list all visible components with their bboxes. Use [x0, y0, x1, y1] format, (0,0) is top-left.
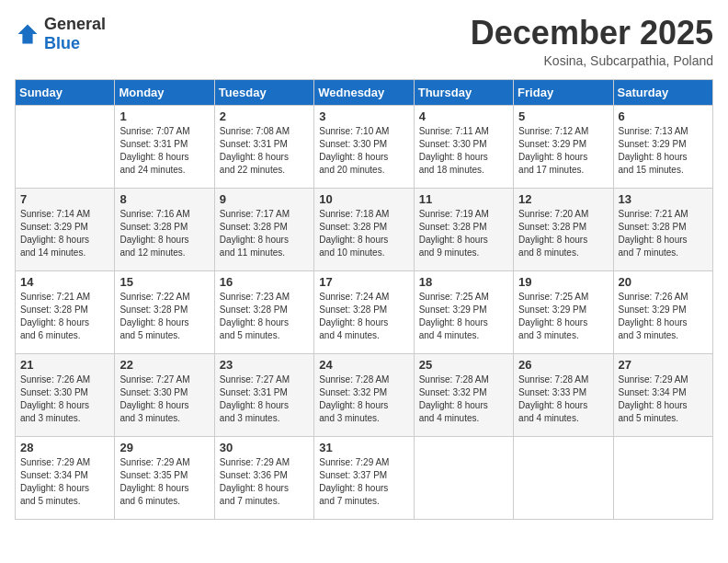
day-info: Sunrise: 7:25 AM Sunset: 3:29 PM Dayligh…: [419, 291, 508, 342]
day-cell-15: 15Sunrise: 7:22 AM Sunset: 3:28 PM Dayli…: [115, 270, 214, 353]
day-number: 29: [119, 441, 209, 454]
empty-cell: [514, 436, 613, 519]
day-cell-11: 11Sunrise: 7:19 AM Sunset: 3:28 PM Dayli…: [414, 188, 513, 270]
day-info: Sunrise: 7:17 AM Sunset: 3:28 PM Dayligh…: [220, 208, 309, 259]
day-cell-10: 10Sunrise: 7:18 AM Sunset: 3:28 PM Dayli…: [314, 188, 414, 270]
day-info: Sunrise: 7:22 AM Sunset: 3:28 PM Dayligh…: [119, 291, 209, 342]
day-info: Sunrise: 7:10 AM Sunset: 3:30 PM Dayligh…: [319, 125, 408, 177]
day-number: 9: [220, 192, 309, 206]
day-number: 22: [119, 358, 209, 372]
day-cell-24: 24Sunrise: 7:28 AM Sunset: 3:32 PM Dayli…: [314, 353, 414, 436]
day-number: 25: [419, 358, 508, 372]
day-number: 5: [518, 109, 608, 123]
day-cell-25: 25Sunrise: 7:28 AM Sunset: 3:32 PM Dayli…: [414, 353, 513, 436]
location-subtitle: Kosina, Subcarpathia, Poland: [471, 53, 713, 68]
day-cell-19: 19Sunrise: 7:25 AM Sunset: 3:29 PM Dayli…: [514, 270, 613, 353]
svg-marker-0: [18, 25, 38, 44]
day-info: Sunrise: 7:08 AM Sunset: 3:31 PM Dayligh…: [220, 125, 309, 177]
day-number: 15: [119, 275, 209, 289]
day-info: Sunrise: 7:18 AM Sunset: 3:28 PM Dayligh…: [319, 208, 408, 259]
day-number: 20: [619, 275, 708, 289]
day-cell-17: 17Sunrise: 7:24 AM Sunset: 3:28 PM Dayli…: [314, 270, 414, 353]
day-info: Sunrise: 7:28 AM Sunset: 3:32 PM Dayligh…: [319, 373, 408, 425]
day-info: Sunrise: 7:26 AM Sunset: 3:29 PM Dayligh…: [619, 291, 708, 342]
page-header: General Blue December 2025 Kosina, Subca…: [15, 15, 713, 68]
day-info: Sunrise: 7:29 AM Sunset: 3:35 PM Dayligh…: [119, 456, 209, 508]
day-number: 7: [20, 192, 109, 206]
weekday-header-sunday: Sunday: [16, 79, 115, 105]
day-cell-23: 23Sunrise: 7:27 AM Sunset: 3:31 PM Dayli…: [214, 353, 313, 436]
day-info: Sunrise: 7:29 AM Sunset: 3:37 PM Dayligh…: [319, 456, 408, 508]
day-info: Sunrise: 7:19 AM Sunset: 3:28 PM Dayligh…: [419, 208, 508, 259]
calendar-table: SundayMondayTuesdayWednesdayThursdayFrid…: [15, 79, 713, 520]
empty-cell: [16, 105, 115, 188]
empty-cell: [613, 436, 712, 519]
day-cell-6: 6Sunrise: 7:13 AM Sunset: 3:29 PM Daylig…: [613, 105, 712, 188]
day-number: 16: [220, 275, 309, 289]
logo-text: General Blue: [44, 15, 106, 53]
day-number: 26: [518, 358, 608, 372]
day-number: 30: [220, 441, 309, 454]
day-info: Sunrise: 7:29 AM Sunset: 3:36 PM Dayligh…: [220, 456, 309, 508]
day-number: 4: [419, 109, 508, 123]
day-number: 28: [20, 441, 109, 454]
day-cell-8: 8Sunrise: 7:16 AM Sunset: 3:28 PM Daylig…: [115, 188, 214, 270]
day-number: 14: [20, 275, 109, 289]
day-info: Sunrise: 7:29 AM Sunset: 3:34 PM Dayligh…: [20, 456, 109, 508]
week-row: 21Sunrise: 7:26 AM Sunset: 3:30 PM Dayli…: [16, 353, 713, 436]
weekday-header-saturday: Saturday: [613, 79, 712, 105]
day-number: 12: [518, 192, 608, 206]
logo-icon: [15, 21, 40, 47]
logo-blue: Blue: [44, 34, 80, 52]
day-number: 27: [619, 358, 708, 372]
day-number: 2: [220, 109, 309, 123]
day-cell-21: 21Sunrise: 7:26 AM Sunset: 3:30 PM Dayli…: [16, 353, 115, 436]
day-cell-28: 28Sunrise: 7:29 AM Sunset: 3:34 PM Dayli…: [16, 436, 115, 519]
day-number: 10: [319, 192, 408, 206]
day-number: 3: [319, 109, 408, 123]
day-info: Sunrise: 7:25 AM Sunset: 3:29 PM Dayligh…: [518, 291, 608, 342]
day-cell-16: 16Sunrise: 7:23 AM Sunset: 3:28 PM Dayli…: [214, 270, 313, 353]
day-cell-13: 13Sunrise: 7:21 AM Sunset: 3:28 PM Dayli…: [613, 188, 712, 270]
day-number: 11: [419, 192, 508, 206]
day-cell-4: 4Sunrise: 7:11 AM Sunset: 3:30 PM Daylig…: [414, 105, 513, 188]
day-cell-20: 20Sunrise: 7:26 AM Sunset: 3:29 PM Dayli…: [613, 270, 712, 353]
logo: General Blue: [15, 15, 106, 53]
day-info: Sunrise: 7:11 AM Sunset: 3:30 PM Dayligh…: [419, 125, 508, 177]
day-number: 24: [319, 358, 408, 372]
day-number: 1: [119, 109, 209, 123]
day-info: Sunrise: 7:21 AM Sunset: 3:28 PM Dayligh…: [20, 291, 109, 342]
day-cell-12: 12Sunrise: 7:20 AM Sunset: 3:28 PM Dayli…: [514, 188, 613, 270]
day-cell-27: 27Sunrise: 7:29 AM Sunset: 3:34 PM Dayli…: [613, 353, 712, 436]
day-cell-14: 14Sunrise: 7:21 AM Sunset: 3:28 PM Dayli…: [16, 270, 115, 353]
day-info: Sunrise: 7:29 AM Sunset: 3:34 PM Dayligh…: [619, 373, 708, 425]
day-info: Sunrise: 7:27 AM Sunset: 3:31 PM Dayligh…: [220, 373, 309, 425]
day-cell-18: 18Sunrise: 7:25 AM Sunset: 3:29 PM Dayli…: [414, 270, 513, 353]
month-title: December 2025: [471, 15, 713, 52]
day-info: Sunrise: 7:20 AM Sunset: 3:28 PM Dayligh…: [518, 208, 608, 259]
day-info: Sunrise: 7:12 AM Sunset: 3:29 PM Dayligh…: [518, 125, 608, 177]
day-info: Sunrise: 7:23 AM Sunset: 3:28 PM Dayligh…: [220, 291, 309, 342]
day-number: 8: [119, 192, 209, 206]
day-info: Sunrise: 7:13 AM Sunset: 3:29 PM Dayligh…: [619, 125, 708, 177]
day-info: Sunrise: 7:21 AM Sunset: 3:28 PM Dayligh…: [619, 208, 708, 259]
day-number: 31: [319, 441, 408, 454]
day-info: Sunrise: 7:26 AM Sunset: 3:30 PM Dayligh…: [20, 373, 109, 425]
day-cell-9: 9Sunrise: 7:17 AM Sunset: 3:28 PM Daylig…: [214, 188, 313, 270]
day-number: 21: [20, 358, 109, 372]
week-row: 28Sunrise: 7:29 AM Sunset: 3:34 PM Dayli…: [16, 436, 713, 519]
day-cell-29: 29Sunrise: 7:29 AM Sunset: 3:35 PM Dayli…: [115, 436, 214, 519]
day-number: 19: [518, 275, 608, 289]
day-cell-31: 31Sunrise: 7:29 AM Sunset: 3:37 PM Dayli…: [314, 436, 414, 519]
weekday-header-tuesday: Tuesday: [214, 79, 313, 105]
day-number: 17: [319, 275, 408, 289]
day-cell-1: 1Sunrise: 7:07 AM Sunset: 3:31 PM Daylig…: [115, 105, 214, 188]
day-cell-22: 22Sunrise: 7:27 AM Sunset: 3:30 PM Dayli…: [115, 353, 214, 436]
day-info: Sunrise: 7:07 AM Sunset: 3:31 PM Dayligh…: [119, 125, 209, 177]
title-area: December 2025 Kosina, Subcarpathia, Pola…: [471, 15, 713, 68]
weekday-header-thursday: Thursday: [414, 79, 513, 105]
day-number: 6: [619, 109, 708, 123]
day-info: Sunrise: 7:27 AM Sunset: 3:30 PM Dayligh…: [119, 373, 209, 425]
day-number: 23: [220, 358, 309, 372]
day-number: 18: [419, 275, 508, 289]
